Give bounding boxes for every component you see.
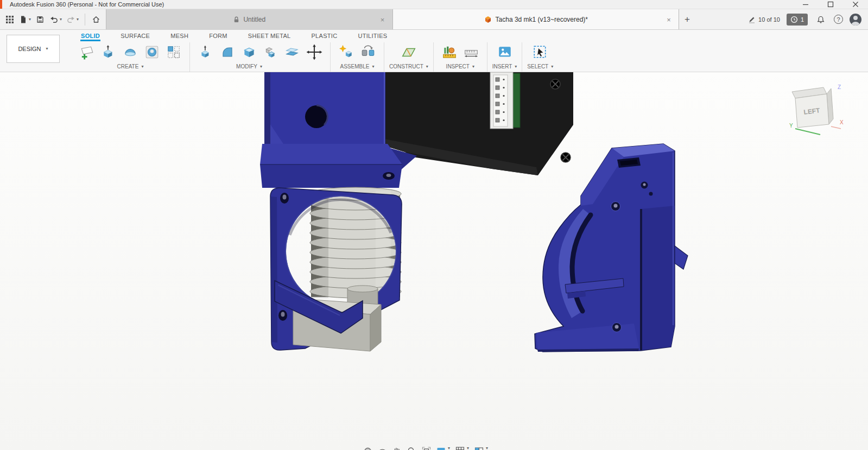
undo-button[interactable]: ▾ (48, 12, 64, 27)
ribbon-tab-plastic[interactable]: PLASTIC (311, 33, 338, 41)
display-settings-button[interactable]: ▾ (436, 446, 450, 450)
ribbon-tab-form[interactable]: FORM (208, 33, 228, 41)
save-status-text: 10 of 10 (758, 16, 780, 23)
orbit-button[interactable] (363, 446, 372, 450)
offset-face-button[interactable] (282, 42, 303, 62)
model-canvas[interactable]: LEFT Z X Y (0, 72, 868, 450)
notifications-button[interactable] (814, 12, 827, 27)
new-tab-button[interactable]: + (679, 9, 695, 29)
group-label-text: INSPECT (446, 64, 470, 69)
ribbon: DESIGN ▾ SOLID SURFACE MESH FORM SHEET M… (0, 30, 868, 72)
caret-down-icon: ▾ (486, 446, 488, 450)
document-tabstrip: Untitled × Tacha 3d mk1 (v13~recovered)*… (106, 9, 679, 29)
model-viewport[interactable] (0, 72, 868, 450)
undo-icon (49, 15, 59, 24)
minimize-icon (802, 1, 809, 8)
coil-button[interactable] (141, 42, 163, 62)
close-icon (852, 1, 859, 8)
caret-down-icon: ▾ (29, 17, 31, 22)
minimize-button[interactable] (793, 0, 818, 9)
shell-button[interactable] (238, 42, 260, 62)
save-status-button[interactable]: 10 of 10 (748, 16, 780, 23)
ribbon-separator (330, 42, 331, 72)
ribbon-tab-surface[interactable]: SURFACE (120, 33, 150, 41)
ribbon-separator (189, 42, 190, 72)
fillet-button[interactable] (217, 42, 238, 62)
caret-down-icon: ▾ (467, 446, 469, 450)
home-button[interactable] (90, 12, 103, 27)
job-count-badge: 1 (801, 16, 804, 23)
ribbon-tab-mesh[interactable]: MESH (170, 33, 189, 41)
window-title: Autodesk Fusion 360 (Personal - Not for … (10, 1, 164, 8)
ribbon-group-label-select[interactable]: SELECT ▾ (527, 64, 553, 69)
measure-button[interactable] (439, 42, 460, 62)
move-copy-button[interactable] (303, 42, 325, 62)
title-bar: Autodesk Fusion 360 (Personal - Not for … (0, 0, 868, 9)
measure-icon (442, 45, 457, 60)
ribbon-tool-row: CREATE ▾ (65, 41, 868, 72)
zoom-button[interactable] (407, 446, 416, 450)
look-at-button[interactable] (377, 446, 387, 450)
question-icon: ? (837, 16, 840, 23)
joint-icon (360, 45, 376, 60)
section-analysis-icon (464, 45, 479, 60)
redo-button[interactable]: ▾ (65, 12, 80, 27)
model-part-fan-bracket[interactable] (535, 144, 688, 352)
maximize-button[interactable] (818, 0, 843, 9)
new-component-button[interactable] (335, 42, 357, 62)
pan-button[interactable] (392, 446, 402, 450)
workspace-selector[interactable]: DESIGN ▾ (7, 35, 60, 63)
ribbon-tab-utilities[interactable]: UTILITIES (357, 33, 388, 41)
ribbon-group-label-create[interactable]: CREATE ▾ (117, 64, 144, 69)
help-button[interactable]: ? (834, 15, 843, 24)
viewports-button[interactable]: ▾ (474, 446, 488, 450)
joint-button[interactable] (357, 42, 379, 62)
insert-canvas-button[interactable] (494, 42, 516, 62)
ribbon-group-label-modify[interactable]: MODIFY ▾ (236, 64, 262, 69)
revolve-button[interactable] (119, 42, 141, 62)
user-avatar[interactable] (850, 14, 861, 26)
ribbon-group-label-assemble[interactable]: ASSEMBLE ▾ (340, 64, 375, 69)
home-icon (92, 15, 100, 24)
insert-canvas-icon (497, 45, 512, 60)
ribbon-group-move (303, 41, 325, 63)
close-button[interactable] (843, 0, 868, 9)
save-button[interactable] (34, 12, 47, 27)
job-status-button[interactable]: 1 (787, 14, 808, 26)
tab-close-icon[interactable]: × (664, 15, 673, 23)
construct-plane-icon (401, 45, 417, 60)
caret-down-icon: ▾ (515, 65, 517, 69)
grid-settings-button[interactable]: ▾ (455, 446, 469, 450)
ribbon-group-label-construct[interactable]: CONSTRUCT ▾ (389, 64, 428, 69)
workspace-label: DESIGN (18, 46, 41, 52)
clock-icon (790, 16, 798, 23)
ribbon-tab-solid[interactable]: SOLID (80, 33, 100, 41)
ribbon-group-label-insert[interactable]: INSERT ▾ (492, 64, 517, 69)
x-axis-label: X (840, 119, 844, 125)
y-axis-label: Y (789, 123, 793, 129)
document-tab-active[interactable]: Tacha 3d mk1 (v13~recovered)* × (393, 9, 680, 29)
tab-close-icon[interactable]: × (378, 15, 387, 23)
view-cube[interactable]: LEFT Z X Y (788, 81, 848, 142)
select-button[interactable] (529, 42, 551, 62)
orbit-icon (363, 446, 372, 450)
extrude-button[interactable] (98, 42, 119, 62)
grid-icon (455, 446, 465, 450)
ribbon-group-label-inspect[interactable]: INSPECT ▾ (446, 64, 474, 69)
caret-down-icon: ▾ (551, 65, 553, 69)
caret-down-icon: ▾ (472, 65, 474, 69)
file-menu-button[interactable]: ▾ (17, 12, 33, 27)
app-grid-button[interactable] (3, 12, 16, 27)
create-sketch-button[interactable] (76, 42, 98, 62)
redo-icon (66, 15, 75, 24)
rectangular-pattern-button[interactable] (163, 42, 185, 62)
document-tab-untitled[interactable]: Untitled × (106, 9, 393, 29)
ribbon-separator (522, 42, 522, 72)
press-pull-button[interactable] (195, 42, 217, 62)
extrude-icon (101, 45, 116, 60)
ribbon-tab-sheet-metal[interactable]: SHEET METAL (248, 33, 292, 41)
combine-button[interactable] (260, 42, 282, 62)
fit-view-button[interactable] (421, 446, 431, 450)
section-analysis-button[interactable] (460, 42, 482, 62)
construct-plane-button[interactable] (398, 42, 420, 62)
